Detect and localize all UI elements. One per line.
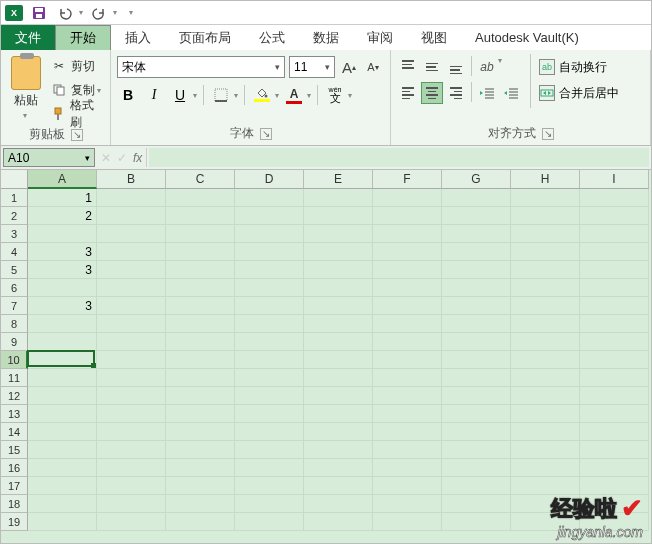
decrease-font-button[interactable]: A▾: [363, 56, 383, 78]
cell[interactable]: [166, 459, 235, 477]
cell[interactable]: [442, 441, 511, 459]
cell[interactable]: [511, 189, 580, 207]
cell[interactable]: [235, 387, 304, 405]
cell[interactable]: [166, 513, 235, 531]
align-middle-button[interactable]: [421, 56, 443, 78]
cell[interactable]: [511, 405, 580, 423]
cell[interactable]: [97, 423, 166, 441]
cell[interactable]: [511, 225, 580, 243]
font-launcher-icon[interactable]: ↘: [260, 128, 272, 140]
cell[interactable]: [442, 405, 511, 423]
row-header[interactable]: 15: [1, 441, 28, 459]
cell[interactable]: [304, 477, 373, 495]
cell[interactable]: [373, 189, 442, 207]
cell[interactable]: [97, 495, 166, 513]
cell[interactable]: [373, 297, 442, 315]
cell[interactable]: [304, 441, 373, 459]
cell[interactable]: [235, 297, 304, 315]
worksheet-grid[interactable]: ABCDEFGHI 12345678910111213141516171819 …: [1, 170, 651, 544]
cell[interactable]: [373, 405, 442, 423]
cell[interactable]: [28, 423, 97, 441]
font-size-combo[interactable]: 11 ▾: [289, 56, 335, 78]
decrease-indent-button[interactable]: [476, 82, 498, 104]
cell[interactable]: [97, 513, 166, 531]
cell[interactable]: [511, 513, 580, 531]
cell[interactable]: [304, 513, 373, 531]
tab-page-layout[interactable]: 页面布局: [165, 25, 245, 50]
cell[interactable]: [373, 513, 442, 531]
cell[interactable]: [511, 495, 580, 513]
fill-dropdown-icon[interactable]: ▾: [275, 91, 279, 100]
cell[interactable]: [235, 333, 304, 351]
cell[interactable]: [580, 189, 649, 207]
cell[interactable]: [28, 495, 97, 513]
cell[interactable]: [511, 477, 580, 495]
cell[interactable]: [580, 441, 649, 459]
cell[interactable]: [28, 369, 97, 387]
cell[interactable]: [511, 387, 580, 405]
cell[interactable]: [235, 477, 304, 495]
cell[interactable]: [166, 279, 235, 297]
underline-button[interactable]: U: [169, 84, 191, 106]
cell[interactable]: [304, 261, 373, 279]
cell[interactable]: [511, 441, 580, 459]
italic-button[interactable]: I: [143, 84, 165, 106]
cell[interactable]: 2: [28, 207, 97, 225]
border-button[interactable]: [210, 84, 232, 106]
align-right-button[interactable]: [445, 82, 467, 104]
column-header[interactable]: C: [166, 170, 235, 189]
cell[interactable]: [511, 243, 580, 261]
align-center-button[interactable]: [421, 82, 443, 104]
cell[interactable]: [580, 279, 649, 297]
cell[interactable]: [442, 225, 511, 243]
cell[interactable]: [373, 261, 442, 279]
save-button[interactable]: [29, 3, 49, 23]
select-all-corner[interactable]: [1, 170, 28, 189]
row-header[interactable]: 12: [1, 387, 28, 405]
cell[interactable]: [304, 279, 373, 297]
cell[interactable]: [28, 351, 97, 369]
tab-view[interactable]: 视图: [407, 25, 461, 50]
cell[interactable]: [580, 405, 649, 423]
cell[interactable]: [580, 387, 649, 405]
cell[interactable]: [97, 459, 166, 477]
row-header[interactable]: 18: [1, 495, 28, 513]
cell[interactable]: [442, 261, 511, 279]
row-header[interactable]: 3: [1, 225, 28, 243]
cell[interactable]: [166, 477, 235, 495]
cell[interactable]: [304, 495, 373, 513]
cell[interactable]: [28, 387, 97, 405]
cell[interactable]: [511, 333, 580, 351]
cell[interactable]: [97, 315, 166, 333]
cell[interactable]: [442, 459, 511, 477]
cell[interactable]: [511, 207, 580, 225]
cell[interactable]: [580, 243, 649, 261]
cell[interactable]: [235, 459, 304, 477]
cell[interactable]: [235, 423, 304, 441]
cell[interactable]: [511, 297, 580, 315]
cell[interactable]: 3: [28, 261, 97, 279]
cell[interactable]: [235, 189, 304, 207]
cell[interactable]: [28, 279, 97, 297]
cell[interactable]: [28, 333, 97, 351]
cell[interactable]: [166, 387, 235, 405]
row-header[interactable]: 1: [1, 189, 28, 207]
increase-indent-button[interactable]: [500, 82, 522, 104]
cell[interactable]: [442, 207, 511, 225]
undo-button[interactable]: [55, 3, 75, 23]
cell[interactable]: [97, 243, 166, 261]
wrap-text-button[interactable]: ab 自动换行: [539, 56, 619, 78]
qat-customize-icon[interactable]: ▾: [129, 8, 133, 17]
undo-dropdown-icon[interactable]: ▾: [79, 8, 83, 17]
cancel-formula-icon[interactable]: ✕: [101, 151, 111, 165]
cell[interactable]: [580, 423, 649, 441]
column-header[interactable]: I: [580, 170, 649, 189]
row-header[interactable]: 2: [1, 207, 28, 225]
cell[interactable]: [166, 495, 235, 513]
cell[interactable]: [166, 333, 235, 351]
tab-autodesk-vault[interactable]: Autodesk Vault(K): [461, 25, 593, 50]
redo-button[interactable]: [89, 3, 109, 23]
cell[interactable]: [166, 225, 235, 243]
cell[interactable]: [235, 369, 304, 387]
copy-dropdown-icon[interactable]: ▾: [97, 86, 101, 95]
